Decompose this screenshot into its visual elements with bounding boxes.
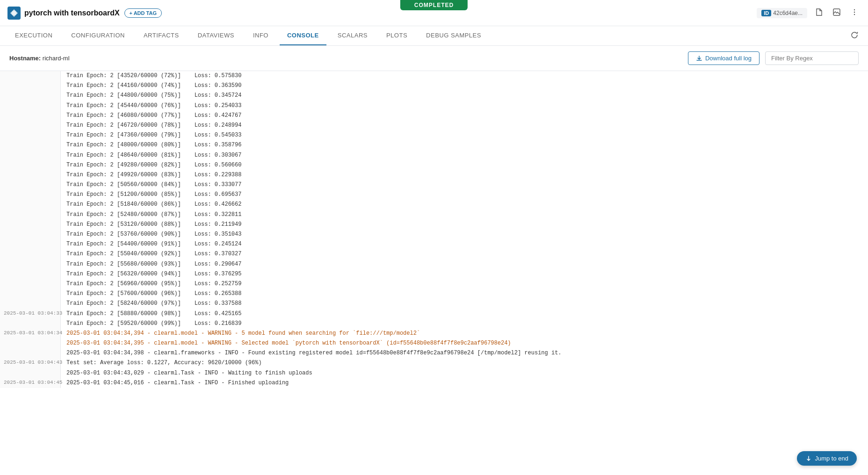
svg-rect-1 — [12, 11, 16, 15]
tab-artifacts[interactable]: ARTIFACTS — [136, 26, 187, 45]
log-row: Train Epoch: 2 [57600/60000 (96%)] Loss:… — [0, 289, 868, 299]
log-timestamp — [0, 91, 61, 101]
log-row: Train Epoch: 2 [53760/60000 (90%)] Loss:… — [0, 230, 868, 239]
tab-info[interactable]: INFO — [246, 26, 276, 45]
tab-scalars[interactable]: SCALARS — [330, 26, 375, 45]
log-row: 2025-03-01 03:04:452025-03-01 03:04:45,0… — [0, 378, 868, 388]
log-timestamp — [0, 160, 61, 170]
toolbar-right: Download full log — [688, 51, 859, 65]
log-timestamp — [0, 111, 61, 121]
log-message: Train Epoch: 2 [45440/60000 (76%)] Loss:… — [61, 101, 868, 111]
tab-plots[interactable]: PLOTS — [379, 26, 415, 45]
log-row: 2025-03-01 03:04:33Train Epoch: 2 [58880… — [0, 309, 868, 319]
image-icon-button[interactable] — [831, 6, 843, 20]
log-message: Train Epoch: 2 [46080/60000 (77%)] Loss:… — [61, 111, 868, 121]
id-value: 42c6d4ae... — [773, 10, 803, 16]
log-timestamp — [0, 190, 61, 200]
log-row: Train Epoch: 2 [46720/60000 (78%)] Loss:… — [0, 121, 868, 130]
log-message: 2025-03-01 03:04:34,394 - clearml.model … — [61, 329, 868, 338]
log-row: Train Epoch: 2 [55040/60000 (92%)] Loss:… — [0, 249, 868, 259]
log-row: 2025-03-01 03:04:43,029 - clearml.Task -… — [0, 368, 868, 378]
console-log-container[interactable]: Train Epoch: 2 [43520/60000 (72%)] Loss:… — [0, 71, 868, 462]
log-message: Train Epoch: 2 [47360/60000 (79%)] Loss:… — [61, 130, 868, 140]
svg-point-3 — [854, 9, 855, 10]
log-timestamp — [0, 121, 61, 130]
id-prefix: ID — [761, 10, 771, 16]
download-log-button[interactable]: Download full log — [688, 51, 760, 65]
log-message: Train Epoch: 2 [44160/60000 (74%)] Loss:… — [61, 81, 868, 91]
log-message: 2025-03-01 03:04:43,029 - clearml.Task -… — [61, 368, 868, 378]
log-timestamp — [0, 200, 61, 209]
log-message: Train Epoch: 2 [58880/60000 (98%)] Loss:… — [61, 309, 868, 319]
log-row: 2025-03-01 03:04:342025-03-01 03:04:34,3… — [0, 329, 868, 338]
log-row: Train Epoch: 2 [44160/60000 (74%)] Loss:… — [0, 81, 868, 91]
app-title: pytorch with tensorboardX — [24, 9, 120, 17]
log-timestamp — [0, 130, 61, 140]
log-timestamp: 2025-03-01 03:04:33 — [0, 309, 61, 319]
log-timestamp — [0, 299, 61, 309]
log-timestamp — [0, 71, 61, 81]
log-timestamp — [0, 170, 61, 180]
log-timestamp — [0, 180, 61, 190]
arrow-down-icon — [805, 455, 812, 462]
log-timestamp: 2025-03-01 03:04:43 — [0, 358, 61, 368]
log-timestamp — [0, 81, 61, 91]
log-timestamp — [0, 338, 61, 348]
download-label: Download full log — [705, 55, 752, 62]
add-tag-button[interactable]: + ADD TAG — [124, 8, 162, 18]
log-message: Train Epoch: 2 [57600/60000 (96%)] Loss:… — [61, 289, 868, 299]
log-message: Train Epoch: 2 [53120/60000 (88%)] Loss:… — [61, 220, 868, 230]
tab-debug-samples[interactable]: DEBUG SAMPLES — [419, 26, 489, 45]
log-timestamp — [0, 140, 61, 150]
add-tag-label: + ADD TAG — [130, 10, 157, 16]
console-toolbar: Hostname: richard-ml Download full log — [0, 46, 868, 71]
menu-icon-button[interactable] — [848, 6, 861, 20]
log-message: Train Epoch: 2 [53760/60000 (90%)] Loss:… — [61, 230, 868, 239]
image-icon — [832, 8, 841, 16]
log-row: Train Epoch: 2 [44800/60000 (75%)] Loss:… — [0, 91, 868, 101]
log-row: Train Epoch: 2 [53120/60000 (88%)] Loss:… — [0, 220, 868, 230]
log-row: Train Epoch: 2 [52480/60000 (87%)] Loss:… — [0, 210, 868, 220]
log-timestamp — [0, 210, 61, 220]
log-message: Train Epoch: 2 [49920/60000 (83%)] Loss:… — [61, 170, 868, 180]
log-row: Train Epoch: 2 [54400/60000 (91%)] Loss:… — [0, 239, 868, 249]
tab-configuration[interactable]: CONFIGURATION — [64, 26, 132, 45]
log-row: Train Epoch: 2 [50560/60000 (84%)] Loss:… — [0, 180, 868, 190]
log-message: Train Epoch: 2 [48640/60000 (81%)] Loss:… — [61, 151, 868, 160]
refresh-button[interactable] — [848, 29, 861, 43]
file-icon-button[interactable] — [813, 6, 825, 20]
download-icon — [696, 55, 702, 62]
log-row: 2025-03-01 03:04:34,395 - clearml.model … — [0, 338, 868, 348]
id-badge: ID 42c6d4ae... — [757, 8, 807, 18]
filter-regex-input[interactable] — [765, 51, 859, 65]
menu-icon — [850, 8, 859, 16]
log-row: Train Epoch: 2 [45440/60000 (76%)] Loss:… — [0, 101, 868, 111]
jump-to-end-button[interactable]: Jump to end — [797, 451, 857, 462]
log-timestamp — [0, 230, 61, 239]
log-timestamp — [0, 249, 61, 259]
svg-point-4 — [854, 11, 855, 12]
log-message: Train Epoch: 2 [48000/60000 (80%)] Loss:… — [61, 140, 868, 150]
log-timestamp — [0, 259, 61, 269]
log-row: Train Epoch: 2 [48640/60000 (81%)] Loss:… — [0, 151, 868, 160]
log-message: 2025-03-01 03:04:34,395 - clearml.model … — [61, 338, 868, 348]
tab-execution[interactable]: EXECUTION — [7, 26, 60, 45]
log-message: Train Epoch: 2 [54400/60000 (91%)] Loss:… — [61, 239, 868, 249]
log-row: Train Epoch: 2 [46080/60000 (77%)] Loss:… — [0, 111, 868, 121]
log-message: Train Epoch: 2 [51200/60000 (85%)] Loss:… — [61, 190, 868, 200]
app-logo: pytorch with tensorboardX — [7, 7, 120, 20]
log-timestamp — [0, 289, 61, 299]
log-row: Train Epoch: 2 [56320/60000 (94%)] Loss:… — [0, 269, 868, 279]
nav-tabs: EXECUTION CONFIGURATION ARTIFACTS DATAVI… — [0, 26, 868, 46]
header-right: ID 42c6d4ae... — [757, 6, 861, 20]
log-message: Train Epoch: 2 [58240/60000 (97%)] Loss:… — [61, 299, 868, 309]
log-message: Train Epoch: 2 [59520/60000 (99%)] Loss:… — [61, 319, 868, 329]
log-message: Train Epoch: 2 [51840/60000 (86%)] Loss:… — [61, 200, 868, 209]
log-message: Train Epoch: 2 [43520/60000 (72%)] Loss:… — [61, 71, 868, 81]
log-message: 2025-03-01 03:04:34,398 - clearml.framew… — [61, 348, 868, 358]
log-message: Train Epoch: 2 [55680/60000 (93%)] Loss:… — [61, 259, 868, 269]
log-timestamp — [0, 269, 61, 279]
tab-dataviews[interactable]: DATAVIEWS — [190, 26, 242, 45]
log-row: Train Epoch: 2 [51840/60000 (86%)] Loss:… — [0, 200, 868, 209]
tab-console[interactable]: CONSOLE — [280, 26, 326, 45]
